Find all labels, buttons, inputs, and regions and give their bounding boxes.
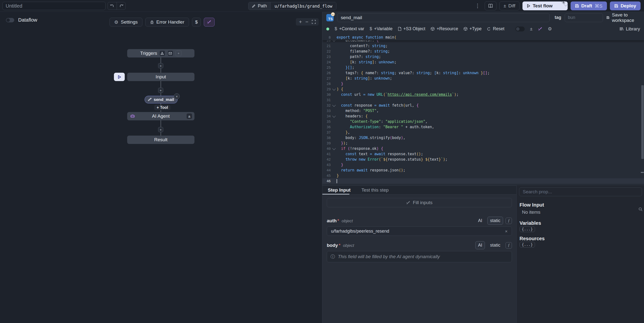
resources-object-badge[interactable]: {...}	[520, 242, 535, 248]
editor-toolbar--resource[interactable]: +Resource	[431, 26, 458, 32]
insert-step-button[interactable]: +	[158, 127, 163, 132]
node-ai-agent[interactable]: AI Agent a	[127, 112, 194, 120]
library-button[interactable]: Library	[620, 26, 640, 32]
code-line-42[interactable]: 42 throw new Error(`${response.status} $…	[322, 157, 644, 162]
zoom-out-button[interactable]: −	[306, 19, 308, 25]
code-line-30[interactable]: 30 const url = new URL(`https://api.rese…	[322, 92, 644, 97]
prop-search-input[interactable]	[519, 187, 642, 196]
save-to-workspace-button[interactable]: Save to workspace	[606, 12, 640, 23]
draft-button[interactable]: Draft ⌘S	[570, 2, 607, 10]
code-line-25[interactable]: 25 }[];	[322, 65, 644, 70]
code-line-29[interactable]: 29) {	[322, 87, 644, 92]
diff-editor-icon[interactable]: ±	[530, 26, 532, 32]
mode-ai-button[interactable]: AI	[475, 241, 485, 249]
code-line-31[interactable]: 31	[322, 97, 644, 103]
search-icon[interactable]	[638, 207, 643, 211]
editor-toolbar--context-var[interactable]: $+Context var	[335, 26, 364, 32]
fit-view-icon[interactable]	[312, 20, 316, 24]
variables-object-badge[interactable]: {...}	[520, 226, 535, 232]
node-triggers[interactable]: Triggers +	[127, 49, 194, 58]
remove-tool-button[interactable]: ×	[174, 93, 180, 99]
tag-input[interactable]	[565, 13, 603, 22]
test-flow-dropdown[interactable]	[560, 2, 568, 7]
editor-toggle[interactable]	[515, 27, 525, 32]
code-line-20-clipped[interactable]: 20 attachments?: {	[322, 40, 644, 43]
editor-toolbar--type[interactable]: +Type	[464, 26, 482, 32]
fold-icon[interactable]	[332, 87, 336, 91]
code-line-43[interactable]: 43 }	[322, 162, 644, 168]
webhook-trigger-button[interactable]	[159, 50, 165, 56]
code-line-39[interactable]: 39 });	[322, 141, 644, 146]
deploy-button[interactable]: Deploy	[610, 2, 640, 10]
code-line-38[interactable]: 38 body: JSON.stringify(body),	[322, 135, 644, 141]
editor-toolbar--variable[interactable]: $+Variable	[370, 26, 392, 32]
insert-step-button[interactable]: +	[158, 63, 163, 68]
test-flow-button[interactable]: Test flow	[522, 2, 557, 10]
code-line-33[interactable]: 33 method: "POST",	[322, 108, 644, 114]
docs-button[interactable]	[485, 2, 496, 10]
error-handler-button[interactable]: Error Handler	[145, 18, 189, 27]
ai-assistant-button[interactable]	[204, 18, 214, 27]
node-send-mail-tool[interactable]: send_mail	[144, 96, 178, 103]
code-line-34[interactable]: 34 headers: {	[322, 114, 644, 119]
code-line-21[interactable]: 21 content?: string;	[322, 43, 644, 49]
code-line-24[interactable]: 24 [k: string]: unknown;	[322, 60, 644, 65]
code-line-23[interactable]: 23 path?: string;	[322, 54, 644, 60]
insert-step-button[interactable]: +	[158, 88, 163, 93]
code-line-36[interactable]: 36 Authorization: "Bearer " + auth.token…	[322, 124, 644, 130]
editor-toolbar-reset[interactable]: Reset	[487, 26, 504, 32]
fold-icon[interactable]	[332, 147, 336, 150]
diff-button[interactable]: ± Diff	[500, 2, 520, 10]
zoom-in-button[interactable]: +	[299, 19, 302, 25]
code-line-27[interactable]: 27 [k: string]: unknown;	[322, 76, 644, 81]
mode-static-button[interactable]: static	[487, 241, 503, 249]
code-line-32[interactable]: 32 const response = await fetch(url, {	[322, 103, 644, 108]
code-line-37[interactable]: 37 },	[322, 130, 644, 135]
flow-name-input[interactable]	[2, 2, 106, 10]
dataflow-toggle[interactable]	[6, 18, 14, 22]
path-editor[interactable]: Path u/farhadglbs/grand_flow	[248, 2, 336, 10]
code-editor[interactable]: 8export async function main(20 attachmen…	[322, 34, 644, 197]
settings-button[interactable]: ⚙ Settings	[110, 18, 142, 27]
tab-test-this-step[interactable]: Test this step	[362, 187, 389, 193]
more-menu-button[interactable]: ⋮	[473, 3, 482, 9]
auth-value-input[interactable]: u/farhadglbs/peerless_resend ×	[327, 226, 512, 236]
code-line-26[interactable]: 26 tags?: { name?: string; value?: strin…	[322, 70, 644, 76]
run-from-input-button[interactable]	[114, 73, 125, 81]
code-line-44[interactable]: 44 return await response.json();	[322, 168, 644, 173]
email-trigger-button[interactable]	[168, 50, 173, 56]
add-tool-button[interactable]: + Tool	[154, 105, 170, 110]
variables-button[interactable]: $	[192, 18, 201, 27]
code-line-20[interactable]: 20 attachments?: {	[322, 40, 644, 43]
code-line-45[interactable]: 45}	[322, 173, 644, 178]
ai-wand-button[interactable]	[538, 27, 542, 31]
code-line-22[interactable]: 22 filename?: string;	[322, 49, 644, 54]
add-trigger-button[interactable]: +	[176, 50, 182, 56]
expression-mode-button[interactable]: f	[506, 242, 512, 249]
clear-icon[interactable]: ×	[503, 228, 509, 234]
mode-ai-button[interactable]: AI	[475, 217, 485, 225]
code-line-8[interactable]: 8export async function main(	[322, 34, 644, 40]
package-icon	[431, 27, 434, 31]
code-line-35[interactable]: 35 "Content-Type": "application/json",	[322, 119, 644, 124]
code-line-46[interactable]: 46	[322, 178, 644, 184]
editor-scrollbar[interactable]	[641, 85, 644, 159]
node-result[interactable]: Result	[127, 136, 194, 144]
code-line-41[interactable]: 41 const text = await response.text();	[322, 151, 644, 157]
step-name-input[interactable]	[337, 13, 550, 22]
fill-inputs-button[interactable]: Fill inputs	[327, 198, 512, 207]
mode-static-button[interactable]: static	[487, 217, 503, 225]
code-line-28[interactable]: 28 }	[322, 81, 644, 87]
editor-settings-button[interactable]: ⚙	[548, 26, 552, 32]
node-input[interactable]: Input	[127, 73, 194, 81]
tab-step-input[interactable]: Step Input	[328, 187, 350, 193]
expression-mode-button[interactable]: f	[506, 218, 512, 224]
fold-icon[interactable]	[332, 103, 336, 107]
undo-button[interactable]	[108, 2, 116, 10]
redo-button[interactable]	[116, 2, 126, 10]
fold-icon[interactable]	[332, 114, 336, 118]
fold-icon[interactable]	[332, 40, 336, 42]
editor-toolbar--s3-object[interactable]: +S3 Object	[398, 26, 426, 32]
flow-canvas[interactable]: Dataflow ⚙ Settings Error Handler $ + − …	[0, 12, 322, 323]
code-line-40[interactable]: 40 if (!response.ok) {	[322, 146, 644, 151]
